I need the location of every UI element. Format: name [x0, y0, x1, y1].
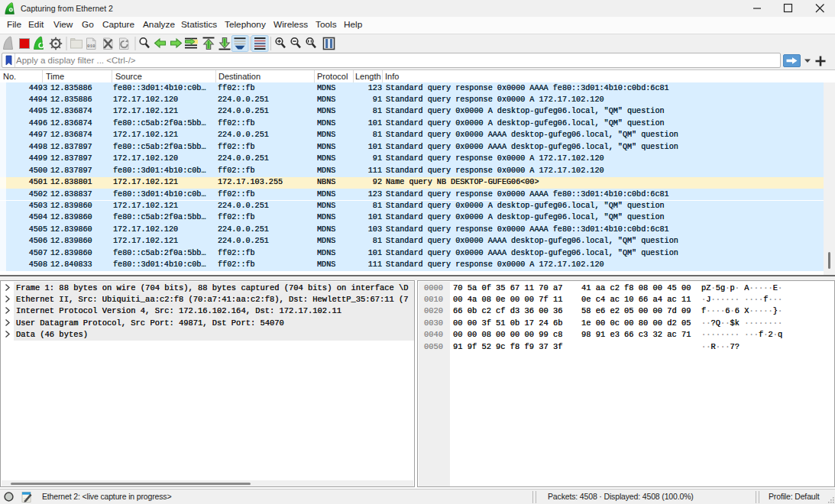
svg-text:010: 010	[87, 44, 95, 49]
